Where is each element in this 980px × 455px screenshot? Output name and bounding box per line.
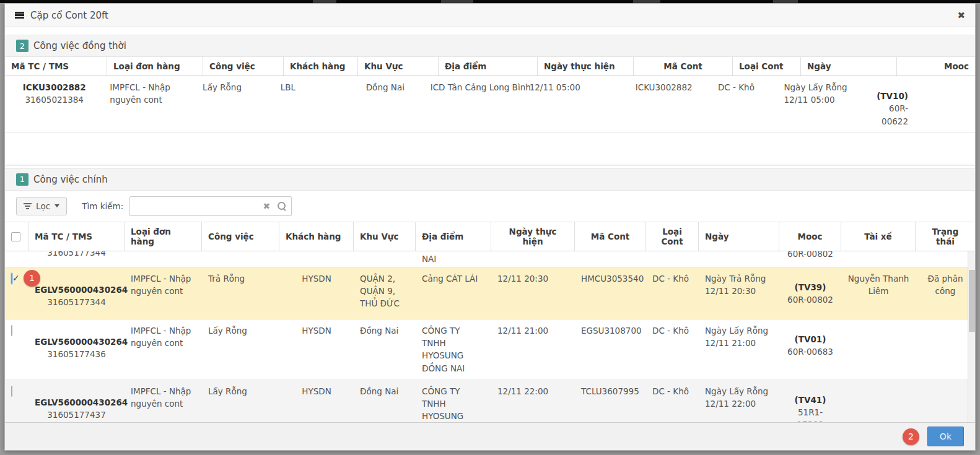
- cell-ngay: Ngày Lấy Rỗng 12/11 22:00: [699, 380, 779, 427]
- column-header[interactable]: Địa điểm: [416, 222, 491, 251]
- column-header[interactable]: Công việc: [203, 57, 284, 76]
- column-header[interactable]: Loại đơn hàng: [125, 222, 202, 251]
- cell-ngay: Ngày Lấy Rỗng 12/11 05:00: [777, 76, 870, 132]
- cell-loai-cont: DC - Khô: [646, 380, 699, 427]
- cell-mooc: (TV41) 51R1-17308: [779, 380, 841, 427]
- step-1-badge: 1: [24, 270, 40, 287]
- cell-trang-thai: Đã phân công: [916, 267, 975, 319]
- table-row-selected[interactable]: 1 EGLV560000430264 31605177344 IMPFCL - …: [5, 267, 975, 319]
- column-header[interactable]: Mooc: [897, 57, 975, 76]
- cell-ma-cont: HMCU3053540: [575, 267, 646, 319]
- cell-cong-viec: Lấy Rỗng: [202, 319, 279, 379]
- table-row[interactable]: EGLV560000430264 31605177436 IMPFCL - Nh…: [5, 319, 975, 380]
- column-header[interactable]: Loại Cont: [733, 57, 801, 76]
- concurrent-section-header: 2 Công việc đồng thời: [5, 35, 975, 57]
- section-number-badge: 1: [16, 173, 28, 186]
- cell-ma-tc-tms: EGLV560000430264 31605177436: [28, 319, 125, 379]
- cell-ma-tc-tms: EGLV560000430264 31605177437: [28, 380, 125, 427]
- column-header[interactable]: Mã Cont: [575, 222, 646, 251]
- column-header[interactable]: Khu Vực: [358, 57, 439, 76]
- column-header[interactable]: Mooc: [779, 222, 841, 251]
- column-header[interactable]: Khách hàng: [284, 57, 358, 76]
- main-section: 1 Công việc chính Lọc Tìm kiếm: ✖ Mã TC …: [5, 168, 975, 427]
- cell-khu-vuc: QUẬN 2, QUẬN 9, THỦ ĐỨC: [354, 267, 416, 319]
- search-icon[interactable]: [278, 202, 286, 210]
- table-row[interactable]: EGLV560000430264 31605177437 IMPFCL - Nh…: [5, 380, 975, 427]
- row-checkbox-checked[interactable]: [11, 273, 12, 284]
- row-checkbox[interactable]: [11, 325, 12, 336]
- cell-mooc: 60R-00802: [779, 251, 841, 267]
- cell-ngay-thuc-hien: 12/11 21:00: [491, 319, 575, 379]
- column-header[interactable]: Mã TC / TMS: [28, 222, 125, 251]
- cell-mooc: (TV10) 60R-00622: [870, 76, 975, 132]
- filter-dropdown-button[interactable]: Lọc: [16, 197, 67, 215]
- step-2-badge: 2: [903, 428, 919, 445]
- concurrent-section-title: Công việc đồng thời: [33, 40, 126, 51]
- cell-khach-hang: HYSDN: [279, 380, 354, 427]
- column-header[interactable]: Mã Cont: [634, 57, 733, 76]
- cell-loai-don-hang: IMPFCL - Nhập nguyên cont: [125, 319, 202, 379]
- empty-area: [5, 133, 975, 165]
- cell-cong-viec: Lấy Rỗng: [202, 380, 279, 427]
- cell-ngay-thuc-hien: 12/11 20:30: [491, 267, 575, 319]
- modal-header: Cặp cổ Cont 20ft ✖: [5, 4, 975, 27]
- spacer: [5, 27, 975, 35]
- row-checkbox[interactable]: [11, 386, 12, 397]
- cell-ma-cont: EGSU3108700: [575, 319, 646, 379]
- cell-dia-diem: Cảng CÁT LÁI: [416, 267, 491, 319]
- select-all-cell: [5, 222, 28, 251]
- column-header[interactable]: Tài xế: [841, 222, 916, 251]
- main-section-header: 1 Công việc chính: [5, 168, 975, 191]
- column-header[interactable]: Khách hàng: [279, 222, 354, 251]
- column-header[interactable]: Loại Cont: [646, 222, 699, 251]
- scrollbar-thumb[interactable]: [969, 270, 975, 332]
- filter-bar: Lọc Tìm kiếm: ✖: [5, 191, 975, 222]
- close-icon[interactable]: ✖: [957, 10, 965, 21]
- main-table-body: 31605177344 NAI 60R-00802 1: [5, 251, 975, 427]
- cell-dia-diem: NAI: [416, 251, 491, 267]
- ok-button[interactable]: Ok: [927, 427, 964, 446]
- vertical-scrollbar[interactable]: [968, 251, 975, 427]
- cell-mooc: (TV39) 60R-00802: [779, 267, 841, 319]
- cell-dia-diem: ICD Tân Cảng Long Bình: [424, 76, 523, 132]
- search-box: ✖: [129, 196, 292, 216]
- column-header[interactable]: Công việc: [202, 222, 279, 251]
- table-row[interactable]: ICKU3002882 31605021384 IMPFCL - Nhập ng…: [5, 76, 975, 133]
- cell-loai-don-hang: IMPFCL - Nhập nguyên cont: [103, 76, 196, 132]
- cell-loai-cont: DC - Khô: [712, 76, 778, 132]
- cell-checkbox: 1: [5, 267, 28, 319]
- column-header[interactable]: Ngày thực hiện: [491, 222, 575, 251]
- cell-ma-tc-tms: ICKU3002882 31605021384: [5, 76, 103, 132]
- cell-khu-vuc: Đồng Nai: [354, 319, 416, 379]
- column-header[interactable]: Loại đơn hàng: [107, 57, 203, 76]
- cell-ngay-thuc-hien: 12/11 05:00: [523, 76, 616, 132]
- cell-khach-hang: HYSDN: [279, 319, 354, 379]
- column-header[interactable]: Ngày: [801, 57, 897, 76]
- clear-search-icon[interactable]: ✖: [263, 201, 270, 211]
- cell-cong-viec: Trả Rỗng: [202, 267, 279, 319]
- cell-checkbox: [5, 380, 28, 427]
- column-header[interactable]: Ngày: [699, 222, 779, 251]
- cell-loai-cont: DC - Khô: [646, 267, 699, 319]
- search-label: Tìm kiếm:: [82, 201, 123, 211]
- concurrent-section: 2 Công việc đồng thời Mã TC / TMS Loại đ…: [5, 35, 975, 165]
- cell-ma-cont: TCLU3607995: [575, 380, 646, 427]
- column-header[interactable]: Mã TC / TMS: [5, 57, 107, 76]
- cell-khach-hang: LBL: [274, 76, 346, 132]
- concurrent-table-header: Mã TC / TMS Loại đơn hàng Công việc Khác…: [5, 57, 975, 76]
- search-input[interactable]: [135, 201, 263, 211]
- filter-icon: [24, 203, 32, 209]
- select-all-checkbox[interactable]: [11, 232, 20, 241]
- cell-ngay: Ngày Lấy Rỗng 12/11 21:00: [699, 319, 779, 379]
- main-table-header: Mã TC / TMS Loại đơn hàng Công việc Khác…: [5, 222, 975, 251]
- column-header[interactable]: Trạng thái: [916, 222, 975, 251]
- column-header[interactable]: Ngày thực hiện: [538, 57, 634, 76]
- cell-ma-tc-tms: EGLV560000430264 31605177344: [28, 267, 125, 319]
- hamburger-icon: [15, 12, 24, 19]
- table-row-partial-top[interactable]: 31605177344 NAI 60R-00802: [5, 251, 975, 267]
- chevron-down-icon: [55, 204, 59, 207]
- cell-dia-diem: CÔNG TY TNHH HYOSUNG ĐỒNG NAI: [416, 380, 491, 427]
- column-header[interactable]: Địa điểm: [439, 57, 538, 76]
- column-header[interactable]: Khu Vực: [354, 222, 416, 251]
- cell-loai-don-hang: IMPFCL - Nhập nguyên cont: [125, 380, 202, 427]
